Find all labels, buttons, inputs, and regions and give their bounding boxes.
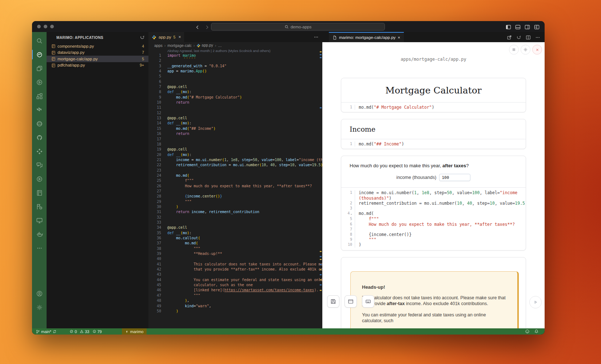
refresh-icon[interactable] <box>140 35 145 40</box>
symbols-icon[interactable] <box>32 89 47 103</box>
code-line: 49 kind="warn", <box>148 304 322 309</box>
account-icon[interactable] <box>32 287 47 300</box>
command-center-search[interactable]: demo-apps <box>211 23 385 31</box>
open-external-icon[interactable] <box>507 34 512 40</box>
notebook-file-icon <box>51 44 56 48</box>
search-icon[interactable] <box>32 34 47 48</box>
save-button[interactable] <box>327 295 339 308</box>
app-file-path: apps/mortgage-calc/app.py <box>322 57 545 62</box>
app-code-line: 1income = mo.ui.number(1, 1e8, step=50, … <box>341 190 526 195</box>
income-input-label: income (thousands) <box>397 175 437 180</box>
play-circle-icon[interactable] <box>32 172 47 186</box>
code-line: 27 <box>148 189 322 194</box>
breadcrumb-item[interactable]: app.py <box>196 43 213 48</box>
code-line: 25 f""" <box>148 178 322 183</box>
code-line: 40 <box>148 256 322 261</box>
tab-label: marimo: mortgage-calc/app.py <box>339 35 395 40</box>
app-settings-gear-icon[interactable] <box>521 45 530 55</box>
tab-app-py[interactable]: app.py 5 × <box>148 32 184 42</box>
status-bar: main* 0 33 79 marimo <box>32 328 545 335</box>
layout-controls <box>506 24 540 30</box>
comments-icon[interactable] <box>32 158 47 172</box>
back-icon[interactable] <box>195 24 200 30</box>
toggle-panel-icon[interactable] <box>515 24 521 30</box>
copy-files-icon[interactable] <box>32 61 47 75</box>
toggle-sidebar-icon[interactable] <box>506 24 511 30</box>
forward-icon[interactable] <box>204 24 210 30</box>
code-editor[interactable]: Akshay Agrawal, last month | 2 authors (… <box>148 48 322 328</box>
diamonds-icon[interactable] <box>32 144 47 158</box>
code-line: 47 """ <box>148 293 322 298</box>
code-line: 22 retirement_contribution = mo.ui.numbe… <box>148 163 322 168</box>
run-debug-icon[interactable] <box>32 75 47 89</box>
callout-paragraph: You can estimate your federal and state … <box>362 312 506 324</box>
code-line: 14def __(mo): <box>148 121 322 126</box>
code-line: 33 <box>148 220 322 225</box>
problem-count-badge: 5 <box>142 57 144 61</box>
code-line: 48 ), <box>148 298 322 303</box>
overview-ruler <box>319 32 322 328</box>
code-line: 15 mo.md("## Income") <box>148 126 322 131</box>
breadcrumb[interactable]: apps›mortgage-calc›app.py›… <box>148 42 322 48</box>
breadcrumb-item[interactable]: mortgage-calc <box>167 43 192 48</box>
docker-icon[interactable] <box>32 227 47 241</box>
code-line: 30 ) <box>148 204 322 209</box>
app-heading: Mortgage Calculator <box>341 78 526 102</box>
titlebar: demo-apps <box>32 21 545 32</box>
sidebar-item[interactable]: dataviz/app.py7 <box>47 49 148 56</box>
code-line: 29 """ <box>148 199 322 204</box>
refresh-icon[interactable] <box>516 34 521 40</box>
close-tab-icon[interactable]: × <box>398 35 400 40</box>
zoom-window-button[interactable] <box>50 25 54 28</box>
git-branch-status[interactable]: main* <box>36 329 57 334</box>
split-editor-icon[interactable] <box>526 34 531 40</box>
app-code-line: 2retirement_contribution = mo.ui.number(… <box>341 201 526 206</box>
notebook-icon[interactable] <box>32 186 47 200</box>
code-line: 8def __(mo): <box>148 89 322 95</box>
terraform-icon[interactable] <box>32 103 47 117</box>
app-code-line: 9 """ <box>341 237 526 242</box>
open-app-window-button[interactable] <box>345 295 357 308</box>
code-line: 31 return income, retirement_contributio… <box>148 209 322 215</box>
sidebar-item[interactable]: components/app.py4 <box>47 43 148 49</box>
tab-marimo-preview[interactable]: marimo: mortgage-calc/app.py × <box>329 32 404 42</box>
code-line: 17 <box>148 137 322 142</box>
globe-icon[interactable] <box>32 117 47 131</box>
settings-gear-icon[interactable] <box>32 300 47 314</box>
app-code-line: 8 {income.center()} <box>341 232 526 237</box>
breadcrumb-item[interactable]: apps <box>154 43 163 48</box>
marimo-extension-status[interactable]: marimo <box>122 328 147 335</box>
cell-card-title: Mortgage Calculator 1mo.md("# Mortgage C… <box>341 78 526 112</box>
app-code-line: 7 <box>341 227 526 232</box>
test-flag-icon[interactable] <box>32 200 47 213</box>
sidebar-item[interactable]: pdfchat/app.py9+ <box>47 62 148 69</box>
marimo-icon[interactable] <box>32 48 47 61</box>
errors-icon <box>69 329 73 333</box>
code-line: 26 How much do you expect to make this y… <box>148 184 322 189</box>
app-code-line: 1mo.md("## Income") <box>341 141 526 147</box>
github-icon[interactable] <box>32 131 47 144</box>
customize-layout-icon[interactable] <box>534 24 540 30</box>
minimize-window-button[interactable] <box>44 25 47 28</box>
more-actions-icon[interactable] <box>535 34 540 40</box>
git-blame-lens[interactable]: Akshay Agrawal, last month | 2 authors (… <box>167 49 322 53</box>
code-line: 45 calculator, such as the one <box>148 283 322 288</box>
code-line: 32 <box>148 215 322 220</box>
keyboard-shortcuts-button[interactable] <box>362 295 374 308</box>
code-line: 35def __(mo): <box>148 231 322 236</box>
menu-icon[interactable] <box>509 45 519 55</box>
toggle-secondary-sidebar-icon[interactable] <box>525 24 530 30</box>
run-cell-button[interactable] <box>529 296 542 308</box>
close-tab-icon[interactable]: × <box>178 35 181 40</box>
income-number-input[interactable] <box>439 174 470 181</box>
notifications-bell-icon[interactable] <box>534 329 539 334</box>
sidebar-item[interactable]: mortgage-calc/app.py5 <box>47 56 148 62</box>
shutdown-close-icon[interactable] <box>532 45 542 55</box>
remote-explorer-icon[interactable] <box>32 213 47 227</box>
breadcrumb-item[interactable]: … <box>218 43 222 48</box>
close-window-button[interactable] <box>37 25 41 28</box>
more-icon[interactable] <box>32 241 47 255</box>
traffic-lights <box>37 25 54 28</box>
problems-status[interactable]: 0 33 79 <box>69 329 102 334</box>
feedback-smiley-icon[interactable] <box>525 329 530 334</box>
